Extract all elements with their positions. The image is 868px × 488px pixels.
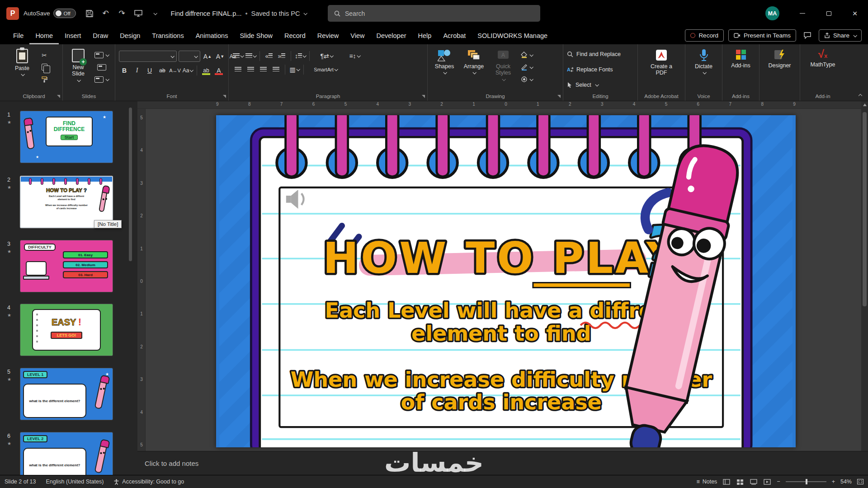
convert-smartart-button[interactable]: SmartArt — [307, 64, 344, 75]
shape-effects-button[interactable] — [519, 74, 534, 84]
reading-view-button[interactable] — [750, 479, 758, 485]
menu-tab-solidworks-manage[interactable]: SOLIDWORKS Manage — [472, 27, 553, 44]
comments-button[interactable] — [801, 29, 814, 42]
slide-thumbnail-3[interactable]: DIFFICULTY 01. Easy 02. Medium 03. Hard — [20, 240, 113, 292]
menu-tab-view[interactable]: View — [344, 27, 370, 44]
numbering-button[interactable] — [245, 51, 256, 61]
font-color-button[interactable]: A — [213, 65, 224, 75]
clipboard-dialog-launcher[interactable] — [57, 95, 60, 98]
horizontal-ruler[interactable]: 9876543210123456789 — [137, 101, 861, 109]
slide-thumbnail-4[interactable]: EASY ! LETS GO! — [20, 304, 113, 356]
fit-to-window-button[interactable] — [857, 479, 863, 484]
body-line-4[interactable]: of cards increase — [401, 390, 602, 414]
align-right-button[interactable] — [258, 64, 269, 75]
zoom-out-button[interactable]: − — [777, 479, 780, 485]
present-display-button[interactable] — [131, 6, 146, 21]
font-size-select[interactable] — [179, 51, 200, 62]
add-ins-button[interactable]: Add-ins — [728, 47, 754, 91]
menu-tab-design[interactable]: Design — [114, 27, 146, 44]
format-painter-button[interactable] — [38, 74, 50, 84]
slide-title[interactable]: HOW TO PLAY — [323, 233, 679, 283]
slide-count-indicator[interactable]: Slide 2 of 13 — [5, 479, 36, 485]
paragraph-dialog-launcher[interactable] — [422, 95, 425, 98]
menu-tab-help[interactable]: Help — [412, 27, 438, 44]
close-button[interactable]: × — [842, 0, 868, 27]
decrease-indent-button[interactable]: « — [264, 51, 274, 61]
strikethrough-button[interactable]: ab — [157, 65, 168, 75]
select-button[interactable]: Select — [567, 79, 634, 91]
quick-styles-button[interactable]: A Quick Styles — [490, 47, 516, 91]
drawing-dialog-launcher[interactable] — [557, 95, 561, 98]
copy-button[interactable] — [38, 62, 50, 72]
minimize-button[interactable] — [789, 0, 816, 27]
normal-view-button[interactable] — [722, 479, 731, 485]
slide-thumbnail-6[interactable]: LEVEL 2 what is the different element? — [20, 432, 113, 475]
body-line-1[interactable]: Each Level will have a diffrent — [325, 298, 678, 323]
replace-fonts-button[interactable]: A Replace Fonts — [567, 63, 634, 75]
character-spacing-button[interactable]: A↔V — [170, 65, 180, 75]
columns-button[interactable]: ▥ — [289, 64, 300, 75]
shape-outline-button[interactable] — [519, 62, 534, 72]
align-left-button[interactable] — [232, 64, 243, 75]
zoom-slider-thumb[interactable] — [806, 479, 807, 484]
designer-button[interactable]: Designer — [766, 47, 794, 91]
menu-tab-insert[interactable]: Insert — [59, 27, 87, 44]
menu-tab-animations[interactable]: Animations — [190, 27, 234, 44]
menu-tab-review[interactable]: Review — [311, 27, 345, 44]
zoom-level[interactable]: 54% — [840, 479, 852, 485]
shape-fill-button[interactable] — [519, 50, 534, 60]
user-avatar[interactable]: MA — [765, 6, 779, 20]
language-indicator[interactable]: English (United States) — [46, 479, 104, 485]
body-line-2[interactable]: element to find — [411, 321, 591, 346]
find-replace-button[interactable]: Find and Replace — [567, 48, 634, 60]
menu-tab-home[interactable]: Home — [29, 27, 59, 44]
shapes-button[interactable]: Shapes — [431, 47, 458, 91]
text-highlight-color-button[interactable]: ab — [201, 65, 212, 75]
record-button[interactable]: Record — [685, 29, 724, 42]
align-text-button[interactable]: ≡↕ — [341, 51, 368, 61]
zoom-slider[interactable] — [786, 481, 826, 482]
menu-tab-draw[interactable]: Draw — [87, 27, 114, 44]
redo-button[interactable]: ↷ — [115, 6, 129, 21]
present-in-teams-button[interactable]: Present in Teams — [728, 29, 796, 42]
autosave-toggle[interactable]: Off — [53, 9, 76, 18]
increase-indent-button[interactable]: » — [276, 51, 287, 61]
saved-status[interactable]: Saved to this PC — [251, 10, 307, 17]
bullets-button[interactable] — [232, 51, 243, 61]
decrease-font-button[interactable]: A▼ — [215, 51, 226, 61]
document-title-area[interactable]: Find diffrence FINAL.p... • Saved to thi… — [171, 10, 307, 17]
slide-thumbnail-1[interactable]: FINDDIFFRENCE Start ★ ★ — [20, 111, 113, 163]
new-slide-button[interactable]: New Slide — [66, 47, 90, 91]
canvas-scrollbar[interactable] — [861, 101, 868, 451]
font-name-select[interactable] — [119, 51, 177, 62]
notes-toggle[interactable]: ≡ Notes — [696, 479, 717, 485]
increase-font-button[interactable]: A▲ — [202, 51, 213, 61]
justify-button[interactable] — [270, 64, 281, 75]
zoom-in-button[interactable]: + — [832, 479, 835, 485]
cut-button[interactable]: ✂ — [38, 50, 50, 60]
italic-button[interactable]: I — [132, 65, 142, 75]
slideshow-view-button[interactable] — [763, 479, 771, 485]
bold-button[interactable]: B — [119, 65, 130, 75]
share-button[interactable]: Share — [819, 29, 862, 42]
mathtype-button[interactable]: √x MathType — [808, 47, 838, 91]
panel-scrollbar[interactable] — [129, 108, 132, 261]
text-direction-button[interactable]: ¶⇄ — [313, 51, 340, 61]
slide-thumbnail-5[interactable]: LEVEL 1 what is the different element? ★ — [20, 368, 113, 420]
undo-button[interactable]: ↶ — [99, 6, 113, 21]
paste-button[interactable]: Paste — [9, 47, 35, 91]
slide-layout-button[interactable] — [93, 50, 110, 60]
search-input[interactable]: Search — [328, 5, 540, 22]
maximize-button[interactable] — [816, 0, 842, 27]
menu-tab-acrobat[interactable]: Acrobat — [437, 27, 472, 44]
save-button[interactable] — [82, 6, 97, 21]
accessibility-indicator[interactable]: Accessibility: Good to go — [113, 479, 184, 485]
underline-button[interactable]: U — [144, 65, 155, 75]
customize-qat-chevron[interactable] — [147, 6, 162, 21]
vertical-ruler[interactable]: 54321012345 — [137, 109, 146, 451]
collapse-ribbon-chevron[interactable] — [859, 94, 862, 98]
scroll-up-arrow[interactable] — [863, 103, 867, 106]
reset-slide-button[interactable] — [93, 62, 110, 72]
font-dialog-launcher[interactable] — [223, 95, 226, 98]
menu-tab-transitions[interactable]: Transitions — [146, 27, 189, 44]
